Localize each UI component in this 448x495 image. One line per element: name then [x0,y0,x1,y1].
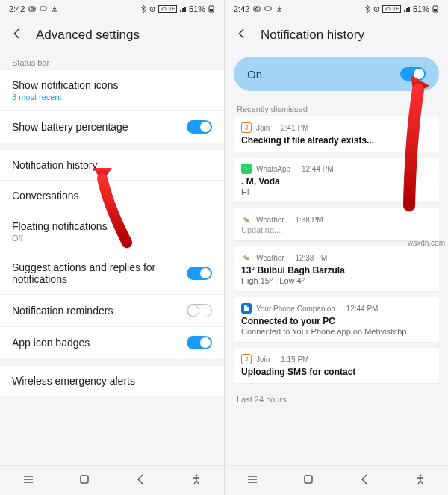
row-label: App icon badges [12,337,187,349]
row-label: Show battery percentage [12,121,187,133]
svg-point-18 [245,257,249,260]
svg-rect-0 [29,7,35,11]
notification-card[interactable]: JJoin 2:41 PM Checking if file already e… [234,116,439,152]
notification-card[interactable]: Your Phone Companion 12:44 PM Connected … [234,297,439,342]
nav-accessibility-icon[interactable] [414,473,426,488]
nav-accessibility-icon[interactable] [190,473,202,488]
toggle-suggest-actions[interactable] [187,267,212,280]
status-time: 2:42 [9,4,25,13]
battery-label: 51% [413,4,429,13]
svg-rect-13 [434,9,437,11]
row-show-battery-percentage[interactable]: Show battery percentage [0,111,224,143]
app-name: Your Phone Companion [256,305,335,313]
message-icon [40,5,47,13]
svg-point-1 [31,8,34,10]
row-label: Notification reminders [12,305,187,317]
nav-back-icon[interactable] [358,473,370,488]
phone-left: 2:42 VoLTE 51% Advanced settings Status … [0,0,224,495]
header: Advanced settings [0,18,224,52]
history-content: On Recently dismissed JJoin 2:41 PM Chec… [225,52,448,465]
row-notification-history[interactable]: Notification history [0,150,224,181]
page-title: Advanced settings [36,28,140,43]
svg-point-9 [256,8,258,10]
row-sub: Off [12,234,212,243]
camera-icon [28,5,36,13]
row-label: Wireless emergency alerts [12,375,212,387]
nav-bar [225,465,448,495]
nav-back-icon[interactable] [134,473,146,488]
toggle-app-icon-badges[interactable] [187,336,212,349]
notif-title: 13° Bulbul Bagh Barzula [241,265,432,275]
svg-point-7 [195,474,197,476]
app-icon-weather [241,214,252,225]
section-recently-dismissed: Recently dismissed [225,99,448,116]
page-title: Notification history [261,28,364,43]
app-name: Weather [256,216,284,224]
on-label: On [247,68,262,81]
app-icon-your-phone [241,303,252,314]
row-label: Conversations [12,190,212,202]
svg-point-22 [419,474,421,476]
notif-title: Uploading SMS for contact [241,367,432,377]
settings-content: Status bar Show notification icons 3 mos… [0,52,224,465]
nav-recent-icon[interactable] [22,473,34,488]
status-bar: 2:42 VoLTE 51% [225,0,448,18]
svg-rect-10 [265,7,271,10]
nav-recent-icon[interactable] [246,473,258,488]
notification-card[interactable]: JJoin 1:15 PM Uploading SMS for contact [234,348,439,383]
toggle-reminders[interactable] [187,304,212,317]
back-icon[interactable] [10,27,24,43]
bluetooth-icon [364,5,370,13]
svg-rect-5 [210,9,213,11]
notification-card[interactable]: WhatsApp 12:44 PM . M, Voda Hi [234,158,439,202]
row-wireless-emergency[interactable]: Wireless emergency alerts [0,366,224,396]
app-icon-whatsapp [241,164,252,174]
toggle-history-on[interactable] [400,67,426,81]
bluetooth-icon [140,5,146,13]
download-icon [276,5,283,13]
app-name: Join [256,355,270,364]
row-app-icon-badges[interactable]: App icon badges [0,327,224,358]
nav-home-icon[interactable] [78,473,90,488]
app-name: Join [256,124,270,132]
row-show-notification-icons[interactable]: Show notification icons 3 most recent [0,70,224,111]
row-floating-notifications[interactable]: Floating notifications Off [0,211,224,252]
phone-right: 2:42 VoLTE 51% Notification history On R… [224,0,448,495]
battery-icon [432,5,439,13]
svg-rect-21 [305,476,312,483]
battery-icon [208,5,215,13]
notif-time: 2:41 PM [281,124,308,132]
row-conversations[interactable]: Conversations [0,181,224,211]
row-notification-reminders[interactable]: Notification reminders [0,295,224,327]
status-bar: 2:42 VoLTE 51% [0,0,224,18]
app-name: WhatsApp [256,165,290,173]
row-label: Show notification icons [12,79,212,91]
notif-time: 12:44 PM [346,305,379,313]
row-label: Floating notifications [12,220,212,232]
battery-label: 51% [189,4,205,13]
app-icon-join: J [241,122,252,133]
notif-time: 1:15 PM [281,355,308,364]
volte-label: VoLTE [382,5,401,13]
svg-rect-8 [254,7,260,11]
nav-bar [0,465,224,495]
notif-title: Checking if file already exists... [241,135,432,146]
section-status-bar: Status bar [0,52,224,70]
notification-card[interactable]: Weather 12:38 PM 13° Bulbul Bagh Barzula… [234,246,439,291]
alarm-icon [373,5,380,13]
header: Notification history [225,18,448,52]
watermark: wsxdn.com [408,239,445,247]
notification-card[interactable]: Weather 1:38 PM Updating... [234,208,439,240]
toggle-battery-percentage[interactable] [187,120,212,134]
app-icon-weather [241,252,252,263]
row-label: Notification history [12,159,212,171]
signal-icon [179,5,187,13]
svg-rect-20 [246,307,249,311]
nav-home-icon[interactable] [302,473,314,488]
row-suggest-actions[interactable]: Suggest actions and replies for notifica… [0,252,224,295]
svg-rect-6 [81,476,88,483]
back-icon[interactable] [235,27,249,43]
volte-label: VoLTE [158,5,177,13]
app-icon-join: J [241,354,252,364]
on-toggle-banner[interactable]: On [234,57,439,91]
